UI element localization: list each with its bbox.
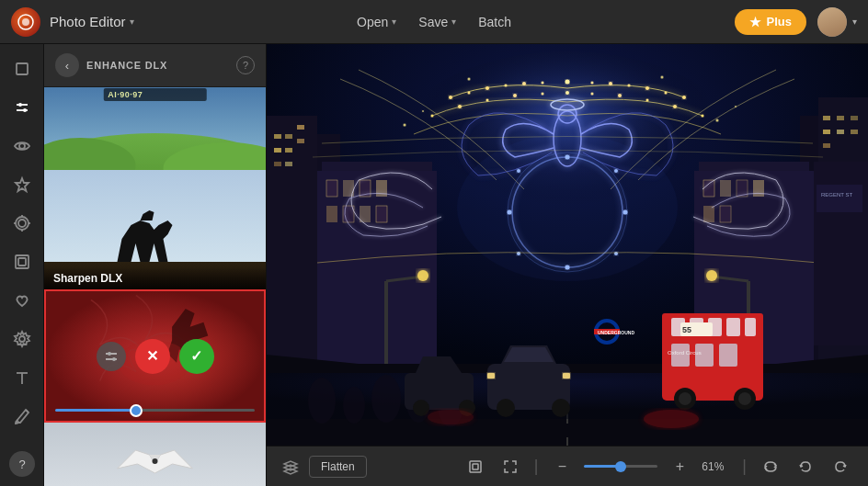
svg-point-87 (431, 115, 434, 118)
enhance-panel: ‹ ENHANCE DLX ? (44, 44, 267, 486)
zoom-level: 61% (702, 460, 731, 473)
batch-button[interactable]: Batch (478, 15, 511, 29)
avatar-chevron: ▾ (852, 17, 857, 27)
svg-point-79 (542, 82, 544, 85)
svg-rect-130 (745, 318, 756, 336)
minus-icon: − (558, 458, 566, 475)
svg-rect-69 (720, 180, 731, 197)
svg-rect-65 (376, 206, 387, 222)
fit-to-screen-button[interactable] (463, 454, 488, 480)
filter-list: AI·90·97 HDR DLX (44, 87, 266, 486)
plus-upgrade-button[interactable]: ★ Plus (735, 9, 806, 35)
svg-point-162 (661, 76, 664, 79)
redo-button[interactable] (828, 454, 853, 480)
sidebar-item-frames[interactable] (5, 244, 40, 279)
sidebar-item-text[interactable] (5, 360, 40, 395)
svg-point-138 (679, 392, 691, 405)
zoom-out-button[interactable]: − (549, 454, 575, 480)
svg-point-85 (665, 92, 668, 95)
panel-help-button[interactable]: ? (236, 56, 255, 74)
svg-point-163 (457, 134, 678, 281)
svg-rect-73 (720, 206, 731, 222)
svg-point-74 (449, 96, 452, 99)
denoise-preview (44, 423, 266, 486)
save-menu[interactable]: Save ▾ (418, 15, 456, 29)
sidebar-item-adjustments[interactable] (5, 90, 40, 125)
avatar-image (817, 7, 847, 37)
filter-intensity-slider[interactable] (55, 409, 255, 412)
panel-back-button[interactable]: ‹ (55, 53, 79, 77)
loop-button[interactable] (758, 454, 783, 480)
sidebar-item-overlays[interactable] (5, 283, 40, 318)
svg-rect-46 (297, 139, 304, 143)
svg-rect-64 (360, 206, 371, 222)
user-account[interactable]: ▾ (817, 7, 857, 37)
svg-point-80 (565, 80, 570, 85)
sidebar-item-favorites[interactable] (5, 167, 40, 202)
filter-settings-button[interactable] (97, 342, 126, 371)
svg-rect-39 (274, 134, 281, 139)
nav-center: Open ▾ Save ▾ Batch (134, 15, 735, 29)
help-fab-button[interactable]: ? (9, 451, 35, 477)
svg-text:REGENT ST: REGENT ST (821, 192, 853, 198)
svg-rect-33 (44, 423, 266, 486)
nav-right: ★ Plus ▾ (735, 7, 857, 37)
svg-rect-133 (719, 344, 737, 367)
layers-button[interactable] (281, 458, 300, 476)
svg-point-96 (673, 105, 677, 108)
sharpen-label: Sharpen DLX (44, 267, 266, 289)
svg-point-150 (428, 410, 474, 424)
sidebar-item-settings[interactable] (5, 322, 40, 356)
sidebar-item-visibility[interactable] (5, 129, 40, 164)
svg-rect-68 (703, 180, 714, 197)
fullscreen-button[interactable] (497, 454, 523, 480)
sidebar-item-effects[interactable] (5, 206, 40, 241)
svg-rect-164 (470, 461, 481, 472)
open-menu[interactable]: Open ▾ (357, 15, 396, 29)
save-chevron: ▾ (451, 17, 456, 27)
canvas-area: 55 Oxford Circus (267, 44, 868, 486)
svg-point-76 (485, 86, 489, 90)
zoom-in-button[interactable]: + (667, 454, 692, 480)
filter-cancel-button[interactable]: ✕ (135, 339, 170, 374)
svg-point-92 (565, 91, 569, 95)
app-title-group[interactable]: Photo Editor ▾ (50, 14, 134, 29)
photo-container[interactable]: 55 Oxford Circus (267, 44, 868, 446)
flatten-button[interactable]: Flatten (309, 456, 367, 478)
panel-title: ENHANCE DLX (86, 60, 229, 71)
filter-accept-button[interactable]: ✓ (179, 339, 214, 374)
help-fab-icon: ? (18, 458, 25, 471)
filter-item-active[interactable]: ✕ ✓ (44, 289, 266, 423)
svg-point-149 (644, 410, 699, 428)
svg-rect-72 (703, 206, 714, 222)
svg-point-120 (343, 387, 365, 424)
svg-marker-8 (16, 178, 29, 191)
batch-label: Batch (478, 15, 511, 29)
flatten-label: Flatten (321, 460, 355, 473)
svg-point-116 (706, 270, 717, 281)
svg-point-147 (413, 400, 429, 416)
svg-point-157 (404, 124, 406, 127)
filter-item-denoise[interactable]: Denoise DLX (44, 423, 266, 486)
avatar (817, 7, 847, 37)
svg-point-97 (702, 115, 704, 118)
filter-item-hdr[interactable]: AI·90·97 HDR DLX (44, 87, 266, 170)
svg-point-81 (591, 82, 594, 85)
svg-point-77 (505, 85, 508, 87)
svg-point-9 (18, 220, 26, 227)
svg-rect-2 (17, 63, 28, 74)
sidebar-item-brush[interactable] (5, 399, 40, 434)
svg-rect-41 (274, 148, 281, 153)
sidebar-item-crop[interactable] (5, 51, 40, 86)
svg-point-17 (19, 336, 25, 342)
undo-button[interactable] (793, 454, 818, 480)
filter-item-sharpen[interactable]: Sharpen DLX (44, 170, 266, 289)
svg-point-90 (513, 94, 517, 97)
svg-point-93 (591, 93, 594, 96)
svg-rect-71 (753, 180, 764, 197)
zoom-slider[interactable] (584, 465, 657, 468)
svg-point-140 (738, 392, 751, 405)
svg-point-32 (112, 357, 116, 361)
svg-point-161 (468, 78, 471, 81)
svg-rect-16 (18, 258, 26, 266)
